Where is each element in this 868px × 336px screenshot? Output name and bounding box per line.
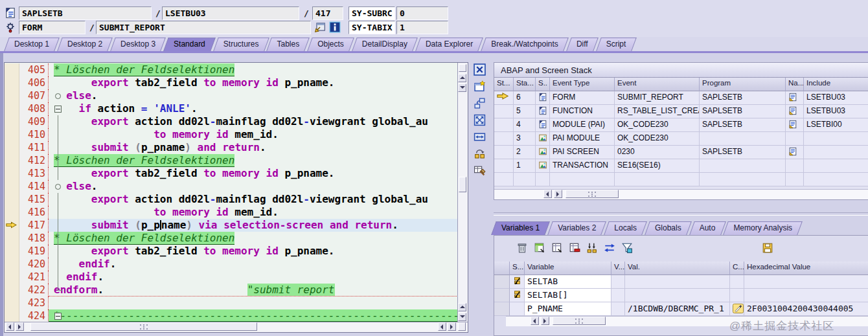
breakpoint-gutter[interactable] xyxy=(5,206,19,219)
code-line[interactable]: 418* Löschen der Feldselektionen xyxy=(5,232,458,245)
breakpoint-gutter[interactable] xyxy=(5,115,19,128)
filter-icon[interactable] xyxy=(621,242,633,254)
code-line[interactable]: 424*------------------------------------… xyxy=(5,309,458,322)
vscroll-thumb[interactable] xyxy=(459,177,466,192)
edit-pencil-icon[interactable] xyxy=(733,304,744,313)
save-icon[interactable] xyxy=(762,242,773,254)
sysfield-name-input-2[interactable]: SY-TABIX xyxy=(348,21,395,34)
fold-marker-box[interactable] xyxy=(54,313,62,320)
code-text[interactable]: *---------------------------------------… xyxy=(49,309,458,322)
scroll-right-button[interactable] xyxy=(16,322,24,331)
code-line[interactable]: 416 to memory id mem_id. xyxy=(5,206,458,219)
scroll-left-button[interactable] xyxy=(6,322,14,331)
stack-column-header[interactable]: St... xyxy=(494,78,514,91)
breakpoint-gutter[interactable] xyxy=(5,167,19,180)
code-line[interactable]: 421 endif. xyxy=(5,271,458,284)
code-text[interactable]: * Löschen der Feldselektionen xyxy=(49,63,458,76)
stack-column-header[interactable]: Include xyxy=(804,78,868,91)
fold-marker-ring[interactable] xyxy=(55,93,61,99)
sysfield-name-input[interactable]: SY-SUBRC xyxy=(348,6,395,20)
code-text[interactable]: submit (p_pname) and return. xyxy=(49,141,458,154)
var-tab-variables-2[interactable]: Variables 2 xyxy=(550,221,604,235)
stack-hscroll-thumb[interactable] xyxy=(565,190,619,198)
line-number-field[interactable]: 417 xyxy=(312,6,343,20)
pane2-scroll-down-button[interactable] xyxy=(458,313,466,321)
fold-marker-line[interactable] xyxy=(58,271,58,284)
code-text[interactable]: export tab2_field to memory id p_pname. xyxy=(49,167,458,180)
maximize-icon[interactable] xyxy=(474,114,486,126)
fold-marker-line[interactable] xyxy=(58,193,58,206)
event-type-field[interactable]: FORM xyxy=(19,21,86,34)
stack-column-header[interactable]: Program xyxy=(700,78,786,91)
breakpoint-gutter[interactable] xyxy=(5,245,19,258)
variable-name-cell[interactable]: SELTAB xyxy=(525,275,611,289)
code-text[interactable]: * Löschen der Feldselektionen xyxy=(49,154,458,167)
code-line[interactable]: 420 endif. xyxy=(5,258,458,271)
code-line[interactable]: 423 xyxy=(5,297,458,309)
exchange-icon[interactable] xyxy=(474,148,486,160)
variables-column-header[interactable]: C... xyxy=(730,262,744,275)
breakpoint-gutter[interactable] xyxy=(5,63,19,76)
vars-hscroll-thumb[interactable] xyxy=(553,317,606,325)
fold-marker-line[interactable] xyxy=(58,258,58,271)
remove-row-icon[interactable] xyxy=(569,242,580,254)
panel-splitter[interactable] xyxy=(494,212,868,216)
abap-code-editor[interactable]: 405* Löschen der Feldselektionen406 expo… xyxy=(4,62,468,333)
code-text[interactable]: export tab2_field to memory id p_pname. xyxy=(49,76,458,89)
editor-horizontal-scrollbar[interactable] xyxy=(5,322,468,332)
program-field[interactable]: SAPLSETB xyxy=(19,6,152,20)
code-text[interactable]: else. xyxy=(49,180,458,193)
code-text[interactable] xyxy=(49,297,458,309)
breakpoint-gutter[interactable] xyxy=(5,141,19,154)
breakpoint-gutter[interactable] xyxy=(5,309,19,322)
scroll-right-button[interactable] xyxy=(541,317,549,325)
table-tools-icon[interactable] xyxy=(474,164,486,177)
code-text[interactable]: to memory id mem_id. xyxy=(49,206,458,219)
variable-row[interactable]: P_PNAME/1BCDWB/DBCRMC_PR_12F003100420043… xyxy=(494,302,868,316)
variable-name-cell[interactable]: SELTAB[] xyxy=(525,289,611,302)
stack-row[interactable]: 2PAI SCREEN0230SAPLSETB xyxy=(494,146,868,159)
columns-icon[interactable] xyxy=(586,242,598,254)
tab-data-explorer[interactable]: Data Explorer xyxy=(418,38,481,51)
code-text[interactable]: export action dd02l-mainflag dd02l-viewg… xyxy=(49,193,458,206)
variables-column-header[interactable]: Val. xyxy=(625,262,730,275)
var-tab-auto[interactable]: Auto xyxy=(692,221,724,235)
swap-icon[interactable] xyxy=(604,242,615,254)
navigate-include-icon[interactable] xyxy=(788,120,797,129)
code-line[interactable]: 412* Löschen der Feldselektionen xyxy=(5,154,458,167)
stack-row[interactable]: 4MODULE (PAI)OK_CODE230SAPLSETBLSETBI00 xyxy=(494,118,868,132)
tab-standard[interactable]: Standard xyxy=(166,38,213,51)
stack-row[interactable]: 5FUNCTIONRS_TABLE_LIST_CREATESAPLSETBLSE… xyxy=(494,105,868,118)
navigate-include-icon[interactable] xyxy=(788,147,797,156)
breakpoint-gutter[interactable] xyxy=(5,271,19,284)
fold-marker-end[interactable] xyxy=(58,284,62,291)
variable-row[interactable]: SELTAB[] xyxy=(494,289,868,302)
code-text[interactable]: submit (p_pname) via selection-screen an… xyxy=(49,219,458,232)
fold-marker-line[interactable] xyxy=(58,232,58,245)
navigate-include-icon[interactable] xyxy=(788,106,797,115)
variables-column-header[interactable] xyxy=(494,262,510,275)
tab-desktop-1[interactable]: Desktop 1 xyxy=(6,38,57,51)
breakpoint-gutter[interactable] xyxy=(5,128,19,141)
fold-marker-ring[interactable] xyxy=(55,184,61,190)
event-name-field[interactable]: SUBMIT_REPORT xyxy=(96,21,311,34)
code-text[interactable]: endif. xyxy=(49,258,458,271)
fold-marker-line[interactable] xyxy=(58,115,58,128)
row-selector[interactable] xyxy=(494,302,510,316)
code-line[interactable]: 407 else. xyxy=(5,89,458,102)
fold-marker-line[interactable] xyxy=(58,128,58,141)
fold-marker-line[interactable] xyxy=(58,141,58,154)
tab-structures[interactable]: Structures xyxy=(216,38,267,51)
tab-script[interactable]: Script xyxy=(599,38,634,51)
breakpoint-gutter[interactable] xyxy=(5,102,19,115)
breakpoint-gutter[interactable] xyxy=(5,232,19,245)
close-icon[interactable] xyxy=(474,63,486,76)
var-tab-memory-analysis[interactable]: Memory Analysis xyxy=(725,221,800,235)
fold-marker-line[interactable] xyxy=(58,154,58,167)
tab-detaildisplay[interactable]: DetailDisplay xyxy=(354,38,415,51)
tab-tables[interactable]: Tables xyxy=(269,38,307,51)
variable-value-cell[interactable] xyxy=(625,275,730,289)
fold-marker-line[interactable] xyxy=(58,245,58,258)
stack-column-header[interactable]: Na... xyxy=(786,78,804,91)
breakpoint-gutter[interactable] xyxy=(5,258,19,271)
